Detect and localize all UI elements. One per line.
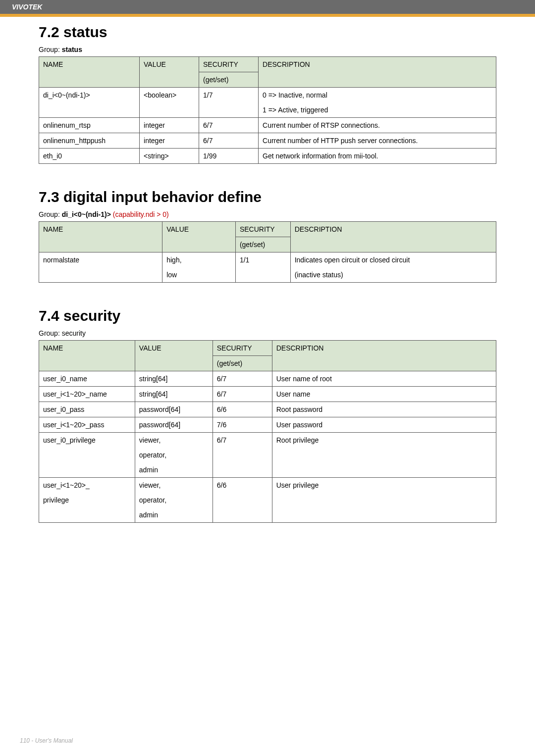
col-name: NAME (39, 222, 162, 252)
cell-value-line3: admin (135, 462, 213, 478)
table-72-status: NAME VALUE SECURITY DESCRIPTION (get/set… (39, 56, 496, 164)
cell-value-line2: operator, (135, 448, 213, 462)
table-row: onlinenum_rtsp integer 6/7 Current numbe… (39, 118, 496, 133)
table-header-row: NAME VALUE SECURITY DESCRIPTION (39, 222, 496, 237)
col-security: SECURITY (199, 57, 259, 72)
cell-name: user_i0_pass (39, 402, 135, 417)
cell-name: di_i<0~(ndi-1)> (39, 88, 140, 118)
cell-desc: Root password (272, 402, 496, 417)
group-line-72: Group: status (39, 46, 496, 53)
page-content: 7.2 status Group: status NAME VALUE SECU… (0, 17, 535, 523)
cell-value: password[64] (135, 417, 213, 433)
cell-value-line1: viewer, (135, 433, 213, 448)
cell-desc: Get network information from mii-tool. (259, 149, 496, 164)
col-security: SECURITY (235, 222, 290, 237)
cell-name: user_i0_name (39, 371, 135, 387)
brand-label: VIVOTEK (12, 3, 42, 11)
cell-security: 6/7 (213, 433, 272, 478)
cell-value: integer (140, 118, 199, 133)
section-title-74: 7.4 security (39, 307, 496, 324)
cell-value: <boolean> (140, 88, 199, 118)
cell-name: eth_i0 (39, 149, 140, 164)
cell-name: user_i<1~20>_pass (39, 417, 135, 433)
table-row: user_i<1~20>_pass password[64] 7/6 User … (39, 417, 496, 433)
group-value: di_i<0~(ndi-1)> (62, 210, 111, 218)
table-header-row: NAME VALUE SECURITY DESCRIPTION (39, 341, 496, 356)
cell-value: string[64] (135, 371, 213, 387)
page-footer: 110 - User's Manual (20, 737, 73, 744)
col-value: VALUE (162, 222, 236, 252)
cell-name: user_i<1~20>_name (39, 387, 135, 402)
cell-name-line1: user_i<1~20>_ (39, 478, 135, 493)
col-security: SECURITY (213, 341, 272, 356)
cell-desc-line1: 0 => Inactive, normal (259, 88, 496, 103)
group-label: Group: security (39, 329, 86, 337)
cell-desc-line2: (inactive status) (290, 267, 496, 283)
section-title-73: 7.3 digital input behavior define (39, 189, 496, 205)
cell-desc: Root privilege (272, 433, 496, 478)
footer-text: 110 - User's Manual (20, 737, 73, 744)
table-row: di_i<0~(ndi-1)> <boolean> 1/7 0 => Inact… (39, 88, 496, 103)
col-description: DESCRIPTION (272, 341, 496, 371)
cell-security: 7/6 (213, 417, 272, 433)
cell-value: password[64] (135, 402, 213, 417)
group-suffix: (capability.ndi > 0) (111, 210, 169, 218)
cell-value: <string> (140, 149, 199, 164)
cell-security: 6/6 (213, 402, 272, 417)
cell-value: integer (140, 133, 199, 149)
table-row: eth_i0 <string> 1/99 Get network informa… (39, 149, 496, 164)
cell-value-line1: viewer, (135, 478, 213, 493)
cell-desc-line1: Indicates open circuit or closed circuit (290, 252, 496, 268)
table-row: user_i<1~20>_ viewer, 6/6 User privilege (39, 478, 496, 493)
cell-desc: User privilege (272, 478, 496, 523)
cell-name: normalstate (39, 252, 162, 283)
col-name: NAME (39, 57, 140, 88)
group-line-73: Group: di_i<0~(ndi-1)> (capability.ndi >… (39, 210, 496, 218)
col-value: VALUE (140, 57, 199, 88)
cell-security: 6/6 (213, 478, 272, 523)
table-header-row: NAME VALUE SECURITY DESCRIPTION (39, 57, 496, 72)
cell-desc: Current number of RTSP connections. (259, 118, 496, 133)
col-security-sub: (get/set) (213, 356, 272, 371)
cell-security: 1/1 (235, 252, 290, 283)
cell-value-line3: admin (135, 507, 213, 523)
cell-name-line2: privilege (39, 493, 135, 507)
col-description: DESCRIPTION (259, 57, 496, 88)
col-security-sub: (get/set) (199, 72, 259, 88)
cell-value: string[64] (135, 387, 213, 402)
cell-value-line1: high, (162, 252, 236, 268)
cell-desc: User name of root (272, 371, 496, 387)
cell-security: 6/7 (213, 371, 272, 387)
cell-desc-line2: 1 => Active, triggered (259, 102, 496, 118)
cell-value-line2: low (162, 267, 236, 283)
page-header: VIVOTEK (0, 0, 535, 17)
group-value: status (62, 46, 82, 53)
table-73-digital-input: NAME VALUE SECURITY DESCRIPTION (get/set… (39, 221, 496, 283)
col-name: NAME (39, 341, 135, 371)
col-value: VALUE (135, 341, 213, 371)
table-row: onlinenum_httppush integer 6/7 Current n… (39, 133, 496, 149)
cell-security: 6/7 (199, 118, 259, 133)
table-row: user_i0_pass password[64] 6/6 Root passw… (39, 402, 496, 417)
table-74-security: NAME VALUE SECURITY DESCRIPTION (get/set… (39, 340, 496, 523)
col-description: DESCRIPTION (290, 222, 496, 252)
table-row: user_i0_privilege viewer, 6/7 Root privi… (39, 433, 496, 448)
cell-security: 1/7 (199, 88, 259, 118)
cell-security: 6/7 (199, 133, 259, 149)
cell-security: 6/7 (213, 387, 272, 402)
table-row: user_i0_name string[64] 6/7 User name of… (39, 371, 496, 387)
cell-desc: User password (272, 417, 496, 433)
cell-name: user_i0_privilege (39, 433, 135, 478)
cell-desc: Current number of HTTP push server conne… (259, 133, 496, 149)
cell-security: 1/99 (199, 149, 259, 164)
col-security-sub: (get/set) (235, 237, 290, 252)
cell-name: onlinenum_httppush (39, 133, 140, 149)
cell-desc: User name (272, 387, 496, 402)
cell-value-line2: operator, (135, 493, 213, 507)
group-line-74: Group: security (39, 329, 496, 337)
cell-name: onlinenum_rtsp (39, 118, 140, 133)
section-title-72: 7.2 status (39, 24, 496, 41)
group-label: Group: (39, 46, 62, 53)
group-label: Group: (39, 210, 62, 218)
table-row: user_i<1~20>_name string[64] 6/7 User na… (39, 387, 496, 402)
